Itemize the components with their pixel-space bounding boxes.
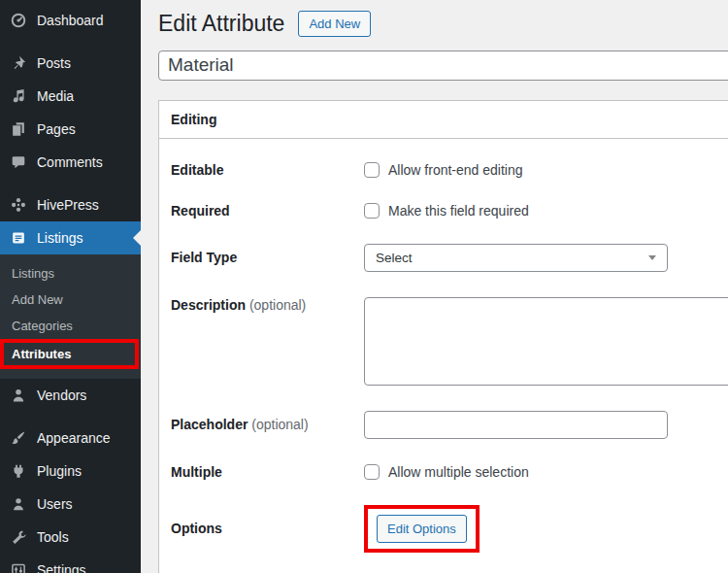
sidebar-item-label: Posts bbox=[37, 55, 71, 71]
multiple-checkbox[interactable] bbox=[364, 464, 380, 480]
optional-tag: (optional) bbox=[249, 297, 306, 313]
field-label: Description (optional) bbox=[171, 297, 364, 313]
sidebar-item-dashboard[interactable]: Dashboard bbox=[0, 4, 141, 37]
placeholder-input[interactable] bbox=[364, 411, 668, 439]
sidebar-separator bbox=[0, 37, 141, 47]
sidebar-item-posts[interactable]: Posts bbox=[0, 47, 141, 80]
field-label-text: Description bbox=[171, 297, 246, 313]
checkbox-label: Make this field required bbox=[388, 203, 529, 219]
metabox-title: Editing bbox=[159, 101, 728, 139]
settings-icon bbox=[9, 560, 28, 573]
field-label: Editable bbox=[171, 162, 364, 178]
admin-sidebar: Dashboard Posts Media Pages Commen bbox=[0, 0, 141, 573]
checkbox-label: Allow multiple selection bbox=[388, 464, 529, 480]
plug-icon bbox=[9, 461, 28, 481]
chevron-down-icon bbox=[648, 255, 656, 260]
sidebar-item-label: HivePress bbox=[37, 197, 99, 213]
pushpin-icon bbox=[9, 53, 28, 73]
field-row-placeholder: Placeholder (optional) bbox=[171, 411, 728, 439]
field-label: Placeholder (optional) bbox=[171, 417, 364, 432]
sidebar-item-hivepress[interactable]: HivePress bbox=[0, 188, 141, 221]
field-label: Required bbox=[171, 203, 364, 219]
vendor-icon bbox=[9, 386, 28, 405]
page-title: Edit Attribute bbox=[158, 10, 284, 38]
field-row-editable: Editable Allow front-end editing bbox=[171, 162, 728, 178]
listings-icon bbox=[9, 228, 28, 248]
sidebar-item-tools[interactable]: Tools bbox=[0, 521, 141, 554]
required-checkbox-wrap[interactable]: Make this field required bbox=[364, 203, 529, 219]
sidebar-item-label: Media bbox=[37, 88, 74, 104]
field-row-field-type: Field Type Select bbox=[171, 244, 728, 272]
required-checkbox[interactable] bbox=[364, 203, 380, 219]
editing-metabox: Editing Editable Allow front-end editing… bbox=[158, 100, 728, 573]
field-type-select[interactable]: Select bbox=[364, 244, 668, 272]
sidebar-item-label: Users bbox=[37, 496, 73, 512]
field-label-text: Placeholder bbox=[171, 417, 248, 432]
sidebar-item-label: Listings bbox=[37, 230, 83, 246]
listings-submenu: Listings Add New Categories Attributes bbox=[0, 254, 141, 379]
pages-icon bbox=[9, 119, 28, 139]
field-label: Multiple bbox=[171, 464, 364, 480]
metabox-body: Editable Allow front-end editing Require… bbox=[159, 139, 728, 573]
field-row-options: Options Edit Options bbox=[171, 505, 728, 553]
select-value: Select bbox=[376, 251, 413, 265]
main-content: Edit Attribute Add New Editing Editable … bbox=[141, 0, 728, 573]
editable-checkbox-wrap[interactable]: Allow front-end editing bbox=[364, 162, 523, 178]
comment-icon bbox=[9, 152, 28, 172]
user-icon bbox=[9, 494, 28, 514]
field-row-required: Required Make this field required bbox=[171, 203, 728, 219]
sidebar-item-plugins[interactable]: Plugins bbox=[0, 455, 141, 488]
field-label: Field Type bbox=[171, 250, 364, 265]
optional-tag: (optional) bbox=[251, 417, 308, 432]
field-label: Options bbox=[171, 521, 364, 536]
wrench-icon bbox=[9, 527, 28, 547]
sidebar-item-label: Dashboard bbox=[37, 13, 104, 28]
edit-options-highlight: Edit Options bbox=[364, 505, 480, 553]
sidebar-item-label: Vendors bbox=[37, 388, 86, 403]
field-row-description: Description (optional) bbox=[171, 297, 728, 386]
editable-checkbox[interactable] bbox=[364, 162, 380, 178]
sidebar-item-label: Comments bbox=[37, 154, 103, 170]
dashboard-icon bbox=[9, 11, 28, 30]
sidebar-item-pages[interactable]: Pages bbox=[0, 113, 141, 146]
field-row-multiple: Multiple Allow multiple selection bbox=[171, 464, 728, 480]
attribute-title-input[interactable] bbox=[158, 51, 728, 81]
sidebar-item-listings[interactable]: Listings bbox=[0, 221, 141, 254]
media-icon bbox=[9, 86, 28, 106]
multiple-checkbox-wrap[interactable]: Allow multiple selection bbox=[364, 464, 529, 480]
description-textarea[interactable] bbox=[364, 297, 728, 386]
sidebar-separator bbox=[0, 412, 141, 421]
sidebar-item-label: Appearance bbox=[37, 430, 111, 446]
sidebar-item-vendors[interactable]: Vendors bbox=[0, 379, 141, 412]
sidebar-item-comments[interactable]: Comments bbox=[0, 146, 141, 179]
checkbox-label: Allow front-end editing bbox=[388, 162, 523, 178]
edit-options-button[interactable]: Edit Options bbox=[377, 515, 467, 543]
submenu-item-listings[interactable]: Listings bbox=[0, 260, 141, 286]
sidebar-item-label: Tools bbox=[37, 529, 69, 545]
sidebar-item-media[interactable]: Media bbox=[0, 80, 141, 113]
sidebar-item-appearance[interactable]: Appearance bbox=[0, 421, 141, 455]
submenu-item-add-new[interactable]: Add New bbox=[0, 286, 141, 313]
hivepress-icon bbox=[9, 195, 28, 215]
wordpress-admin: Dashboard Posts Media Pages Commen bbox=[0, 0, 728, 573]
submenu-item-categories[interactable]: Categories bbox=[0, 313, 141, 339]
sidebar-item-users[interactable]: Users bbox=[0, 488, 141, 521]
sidebar-item-label: Settings bbox=[37, 562, 86, 573]
page-header: Edit Attribute Add New bbox=[158, 10, 728, 38]
paintbrush-icon bbox=[9, 428, 28, 448]
sidebar-separator bbox=[0, 179, 141, 188]
add-new-button[interactable]: Add New bbox=[298, 11, 371, 37]
sidebar-item-label: Pages bbox=[37, 121, 76, 137]
sidebar-item-label: Plugins bbox=[37, 463, 82, 479]
submenu-item-attributes[interactable]: Attributes bbox=[0, 339, 139, 369]
sidebar-item-settings[interactable]: Settings bbox=[0, 554, 141, 573]
